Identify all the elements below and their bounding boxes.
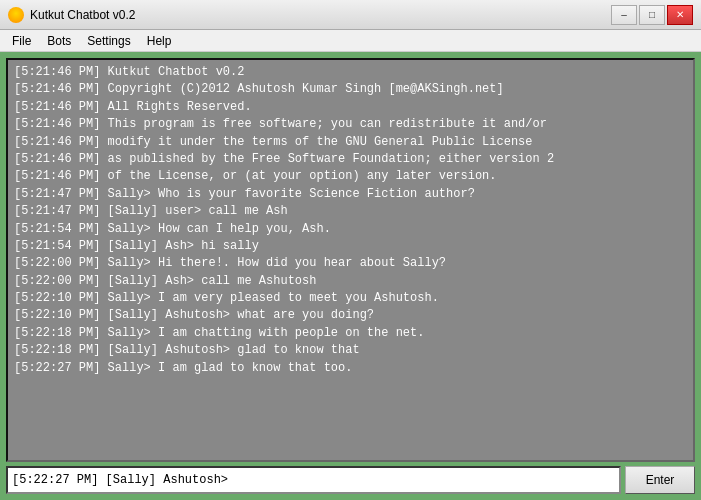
chat-line: [5:22:00 PM] Sally> Hi there!. How did y… bbox=[14, 255, 687, 272]
chat-line: [5:21:47 PM] Sally> Who is your favorite… bbox=[14, 186, 687, 203]
chat-line: [5:21:46 PM] Kutkut Chatbot v0.2 bbox=[14, 64, 687, 81]
menu-item-file[interactable]: File bbox=[4, 32, 39, 50]
app-icon bbox=[8, 7, 24, 23]
title-bar: Kutkut Chatbot v0.2 – □ ✕ bbox=[0, 0, 701, 30]
main-window: [5:21:46 PM] Kutkut Chatbot v0.2[5:21:46… bbox=[0, 52, 701, 500]
chat-line: [5:22:10 PM] Sally> I am very pleased to… bbox=[14, 290, 687, 307]
chat-line: [5:21:46 PM] This program is free softwa… bbox=[14, 116, 687, 133]
chat-line: [5:21:54 PM] [Sally] Ash> hi sally bbox=[14, 238, 687, 255]
menu-bar: File Bots Settings Help bbox=[0, 30, 701, 52]
chat-line: [5:21:46 PM] All Rights Reserved. bbox=[14, 99, 687, 116]
maximize-button[interactable]: □ bbox=[639, 5, 665, 25]
chat-line: [5:21:47 PM] [Sally] user> call me Ash bbox=[14, 203, 687, 220]
minimize-button[interactable]: – bbox=[611, 5, 637, 25]
chat-line: [5:21:54 PM] Sally> How can I help you, … bbox=[14, 221, 687, 238]
chat-input[interactable] bbox=[6, 466, 621, 494]
title-bar-left: Kutkut Chatbot v0.2 bbox=[8, 7, 135, 23]
chat-line: [5:21:46 PM] modify it under the terms o… bbox=[14, 134, 687, 151]
chat-line: [5:21:46 PM] as published by the Free So… bbox=[14, 151, 687, 168]
chat-line: [5:22:18 PM] [Sally] Ashutosh> glad to k… bbox=[14, 342, 687, 359]
menu-item-help[interactable]: Help bbox=[139, 32, 180, 50]
chat-line: [5:22:10 PM] [Sally] Ashutosh> what are … bbox=[14, 307, 687, 324]
close-button[interactable]: ✕ bbox=[667, 5, 693, 25]
input-area: Enter bbox=[6, 466, 695, 494]
menu-item-settings[interactable]: Settings bbox=[79, 32, 138, 50]
chat-line: [5:22:27 PM] Sally> I am glad to know th… bbox=[14, 360, 687, 377]
menu-item-bots[interactable]: Bots bbox=[39, 32, 79, 50]
chat-area-wrapper: [5:21:46 PM] Kutkut Chatbot v0.2[5:21:46… bbox=[6, 58, 695, 462]
chat-line: [5:21:46 PM] Copyright (C)2012 Ashutosh … bbox=[14, 81, 687, 98]
chat-line: [5:22:18 PM] Sally> I am chatting with p… bbox=[14, 325, 687, 342]
chat-line: [5:21:46 PM] of the License, or (at your… bbox=[14, 168, 687, 185]
chat-line: [5:22:00 PM] [Sally] Ash> call me Ashuto… bbox=[14, 273, 687, 290]
title-bar-text: Kutkut Chatbot v0.2 bbox=[30, 8, 135, 22]
title-bar-controls: – □ ✕ bbox=[611, 5, 693, 25]
chat-area[interactable]: [5:21:46 PM] Kutkut Chatbot v0.2[5:21:46… bbox=[8, 60, 693, 460]
enter-button[interactable]: Enter bbox=[625, 466, 695, 494]
